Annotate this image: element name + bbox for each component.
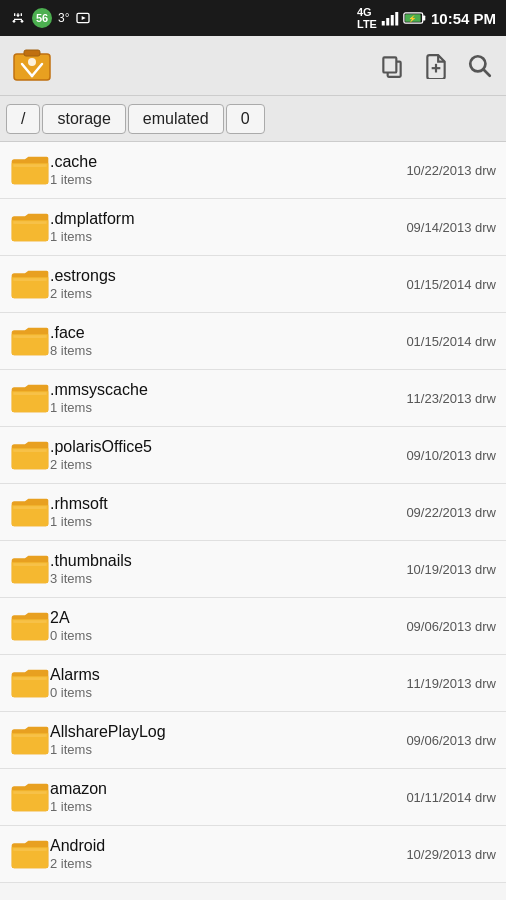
time-display: 10:54 PM [431, 10, 496, 27]
svg-line-23 [483, 69, 490, 76]
file-meta: 3 items [50, 571, 398, 586]
svg-marker-3 [82, 16, 86, 20]
battery-icon: ⚡ [403, 10, 427, 26]
file-meta: 8 items [50, 343, 398, 358]
svg-rect-6 [391, 15, 394, 26]
breadcrumb-0[interactable]: 0 [226, 104, 265, 134]
file-name: Alarms [50, 666, 398, 684]
file-meta: 1 items [50, 742, 398, 757]
file-date: 11/23/2013 drw [406, 391, 496, 406]
file-info: .thumbnails 3 items [50, 552, 398, 586]
temp-icon: 3° [58, 11, 69, 25]
folder-icon [10, 435, 50, 475]
status-right-icons: 4GLTE ⚡ 10:54 PM [357, 6, 496, 30]
list-item[interactable]: Alarms 0 items 11/19/2013 drw [0, 655, 506, 712]
file-meta: 1 items [50, 172, 398, 187]
folder-icon [10, 549, 50, 589]
file-info: amazon 1 items [50, 780, 398, 814]
folder-icon [10, 777, 50, 817]
file-date: 09/06/2013 drw [406, 733, 496, 748]
file-info: .cache 1 items [50, 153, 398, 187]
list-item[interactable]: .rhmsoft 1 items 09/22/2013 drw [0, 484, 506, 541]
badge-56: 56 [32, 8, 52, 28]
file-list: .cache 1 items 10/22/2013 drw .dmplatfor… [0, 142, 506, 900]
folder-icon [10, 378, 50, 418]
file-info: .mmsyscache 1 items [50, 381, 398, 415]
file-meta: 0 items [50, 628, 398, 643]
folder-icon [10, 492, 50, 532]
media-icon [75, 10, 91, 26]
file-date: 10/29/2013 drw [406, 847, 496, 862]
list-item[interactable]: .estrongs 2 items 01/15/2014 drw [0, 256, 506, 313]
breadcrumb-emulated[interactable]: emulated [128, 104, 224, 134]
list-item[interactable]: amazon 1 items 01/11/2014 drw [0, 769, 506, 826]
file-info: .rhmsoft 1 items [50, 495, 398, 529]
status-bar: 56 3° 4GLTE ⚡ 10:54 PM [0, 0, 506, 36]
breadcrumb-bar: / storage emulated 0 [0, 96, 506, 142]
list-item[interactable]: .mmsyscache 1 items 11/23/2013 drw [0, 370, 506, 427]
app-logo [10, 42, 54, 90]
breadcrumb-root[interactable]: / [6, 104, 40, 134]
list-item[interactable]: Android 2 items 10/29/2013 drw [0, 826, 506, 883]
folder-icon [10, 207, 50, 247]
file-date: 09/22/2013 drw [406, 505, 496, 520]
file-name: .dmplatform [50, 210, 398, 228]
file-name: .cache [50, 153, 398, 171]
file-date: 10/22/2013 drw [406, 163, 496, 178]
file-meta: 2 items [50, 286, 398, 301]
search-button[interactable] [464, 50, 496, 82]
breadcrumb-storage[interactable]: storage [42, 104, 125, 134]
file-meta: 1 items [50, 514, 398, 529]
file-info: .polarisOffice5 2 items [50, 438, 398, 472]
file-name: .polarisOffice5 [50, 438, 398, 456]
list-item[interactable]: AllsharePlayLog 1 items 09/06/2013 drw [0, 712, 506, 769]
folder-icon [10, 606, 50, 646]
folder-icon [10, 720, 50, 760]
file-info: .face 8 items [50, 324, 398, 358]
file-name: AllsharePlayLog [50, 723, 398, 741]
file-meta: 2 items [50, 856, 398, 871]
list-item[interactable]: .dmplatform 1 items 09/14/2013 drw [0, 199, 506, 256]
list-item[interactable]: .cache 1 items 10/22/2013 drw [0, 142, 506, 199]
svg-rect-14 [24, 50, 40, 56]
file-date: 09/10/2013 drw [406, 448, 496, 463]
file-name: .thumbnails [50, 552, 398, 570]
file-name: 2A [50, 609, 398, 627]
file-name: amazon [50, 780, 398, 798]
list-item[interactable]: 2A 0 items 09/06/2013 drw [0, 598, 506, 655]
file-date: 01/15/2014 drw [406, 334, 496, 349]
file-date: 01/11/2014 drw [406, 790, 496, 805]
signal-icon [381, 10, 399, 26]
svg-rect-19 [383, 57, 396, 72]
folder-icon [10, 834, 50, 874]
copy-button[interactable] [376, 50, 408, 82]
file-info: .dmplatform 1 items [50, 210, 398, 244]
file-meta: 2 items [50, 457, 398, 472]
folder-icon [10, 264, 50, 304]
list-item[interactable]: .polarisOffice5 2 items 09/10/2013 drw [0, 427, 506, 484]
file-name: Android [50, 837, 398, 855]
svg-rect-5 [386, 18, 389, 26]
list-item[interactable]: .face 8 items 01/15/2014 drw [0, 313, 506, 370]
folder-icon [10, 321, 50, 361]
file-meta: 1 items [50, 400, 398, 415]
svg-text:⚡: ⚡ [408, 14, 417, 23]
svg-rect-10 [423, 15, 426, 20]
file-info: Android 2 items [50, 837, 398, 871]
file-name: .rhmsoft [50, 495, 398, 513]
new-file-button[interactable] [420, 50, 452, 82]
toolbar [0, 36, 506, 96]
svg-point-1 [21, 20, 24, 23]
file-date: 09/06/2013 drw [406, 619, 496, 634]
svg-rect-7 [395, 12, 398, 26]
file-info: Alarms 0 items [50, 666, 398, 700]
file-name: .estrongs [50, 267, 398, 285]
network-type: 4GLTE [357, 6, 377, 30]
folder-icon [10, 663, 50, 703]
file-date: 11/19/2013 drw [406, 676, 496, 691]
file-date: 10/19/2013 drw [406, 562, 496, 577]
toolbar-actions [376, 50, 496, 82]
file-info: 2A 0 items [50, 609, 398, 643]
file-meta: 1 items [50, 799, 398, 814]
list-item[interactable]: .thumbnails 3 items 10/19/2013 drw [0, 541, 506, 598]
